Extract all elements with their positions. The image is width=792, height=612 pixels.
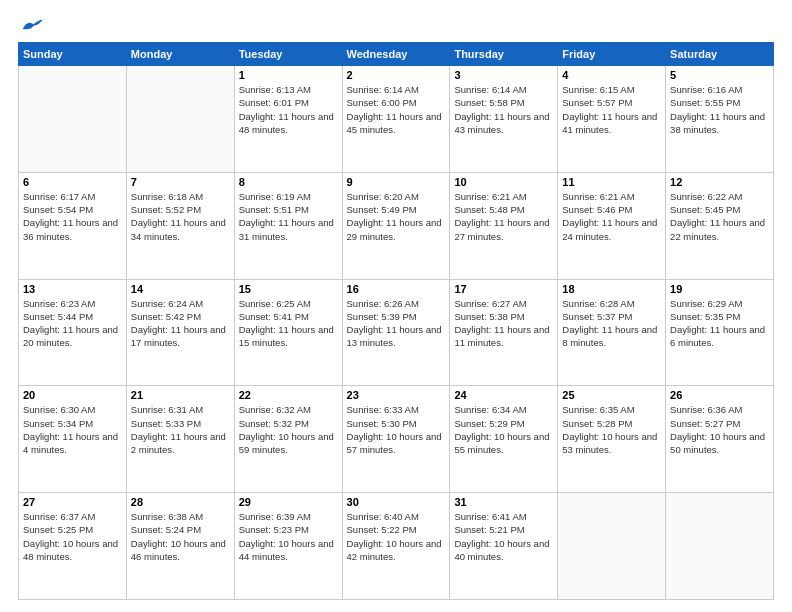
calendar-cell: 11Sunrise: 6:21 AMSunset: 5:46 PMDayligh… bbox=[558, 172, 666, 279]
calendar-cell: 24Sunrise: 6:34 AMSunset: 5:29 PMDayligh… bbox=[450, 386, 558, 493]
day-info: Sunrise: 6:21 AMSunset: 5:46 PMDaylight:… bbox=[562, 190, 661, 243]
calendar-cell: 22Sunrise: 6:32 AMSunset: 5:32 PMDayligh… bbox=[234, 386, 342, 493]
day-number: 15 bbox=[239, 283, 338, 295]
day-number: 8 bbox=[239, 176, 338, 188]
day-info: Sunrise: 6:39 AMSunset: 5:23 PMDaylight:… bbox=[239, 510, 338, 563]
calendar-cell: 10Sunrise: 6:21 AMSunset: 5:48 PMDayligh… bbox=[450, 172, 558, 279]
day-number: 22 bbox=[239, 389, 338, 401]
calendar-cell: 30Sunrise: 6:40 AMSunset: 5:22 PMDayligh… bbox=[342, 493, 450, 600]
calendar-cell: 7Sunrise: 6:18 AMSunset: 5:52 PMDaylight… bbox=[126, 172, 234, 279]
day-number: 28 bbox=[131, 496, 230, 508]
day-number: 3 bbox=[454, 69, 553, 81]
day-info: Sunrise: 6:34 AMSunset: 5:29 PMDaylight:… bbox=[454, 403, 553, 456]
day-info: Sunrise: 6:18 AMSunset: 5:52 PMDaylight:… bbox=[131, 190, 230, 243]
day-number: 29 bbox=[239, 496, 338, 508]
day-info: Sunrise: 6:35 AMSunset: 5:28 PMDaylight:… bbox=[562, 403, 661, 456]
weekday-header-saturday: Saturday bbox=[666, 43, 774, 66]
calendar-cell: 17Sunrise: 6:27 AMSunset: 5:38 PMDayligh… bbox=[450, 279, 558, 386]
calendar-cell: 6Sunrise: 6:17 AMSunset: 5:54 PMDaylight… bbox=[19, 172, 127, 279]
day-number: 21 bbox=[131, 389, 230, 401]
day-number: 27 bbox=[23, 496, 122, 508]
calendar-cell: 25Sunrise: 6:35 AMSunset: 5:28 PMDayligh… bbox=[558, 386, 666, 493]
calendar-cell bbox=[126, 66, 234, 173]
calendar-cell: 4Sunrise: 6:15 AMSunset: 5:57 PMDaylight… bbox=[558, 66, 666, 173]
day-number: 14 bbox=[131, 283, 230, 295]
day-number: 25 bbox=[562, 389, 661, 401]
logo bbox=[18, 18, 43, 32]
day-info: Sunrise: 6:14 AMSunset: 6:00 PMDaylight:… bbox=[347, 83, 446, 136]
calendar-cell: 12Sunrise: 6:22 AMSunset: 5:45 PMDayligh… bbox=[666, 172, 774, 279]
day-number: 5 bbox=[670, 69, 769, 81]
calendar-cell: 19Sunrise: 6:29 AMSunset: 5:35 PMDayligh… bbox=[666, 279, 774, 386]
day-info: Sunrise: 6:38 AMSunset: 5:24 PMDaylight:… bbox=[131, 510, 230, 563]
calendar-cell: 16Sunrise: 6:26 AMSunset: 5:39 PMDayligh… bbox=[342, 279, 450, 386]
calendar-cell: 18Sunrise: 6:28 AMSunset: 5:37 PMDayligh… bbox=[558, 279, 666, 386]
calendar-cell: 26Sunrise: 6:36 AMSunset: 5:27 PMDayligh… bbox=[666, 386, 774, 493]
weekday-header-friday: Friday bbox=[558, 43, 666, 66]
page-header bbox=[18, 18, 774, 32]
weekday-header-sunday: Sunday bbox=[19, 43, 127, 66]
calendar-cell: 20Sunrise: 6:30 AMSunset: 5:34 PMDayligh… bbox=[19, 386, 127, 493]
day-info: Sunrise: 6:32 AMSunset: 5:32 PMDaylight:… bbox=[239, 403, 338, 456]
day-info: Sunrise: 6:28 AMSunset: 5:37 PMDaylight:… bbox=[562, 297, 661, 350]
day-number: 31 bbox=[454, 496, 553, 508]
day-info: Sunrise: 6:31 AMSunset: 5:33 PMDaylight:… bbox=[131, 403, 230, 456]
day-info: Sunrise: 6:14 AMSunset: 5:58 PMDaylight:… bbox=[454, 83, 553, 136]
day-number: 13 bbox=[23, 283, 122, 295]
weekday-header-wednesday: Wednesday bbox=[342, 43, 450, 66]
calendar-cell: 8Sunrise: 6:19 AMSunset: 5:51 PMDaylight… bbox=[234, 172, 342, 279]
calendar-cell: 29Sunrise: 6:39 AMSunset: 5:23 PMDayligh… bbox=[234, 493, 342, 600]
day-number: 7 bbox=[131, 176, 230, 188]
calendar-cell: 14Sunrise: 6:24 AMSunset: 5:42 PMDayligh… bbox=[126, 279, 234, 386]
day-info: Sunrise: 6:15 AMSunset: 5:57 PMDaylight:… bbox=[562, 83, 661, 136]
day-info: Sunrise: 6:30 AMSunset: 5:34 PMDaylight:… bbox=[23, 403, 122, 456]
day-number: 2 bbox=[347, 69, 446, 81]
day-info: Sunrise: 6:13 AMSunset: 6:01 PMDaylight:… bbox=[239, 83, 338, 136]
day-number: 12 bbox=[670, 176, 769, 188]
calendar-cell: 21Sunrise: 6:31 AMSunset: 5:33 PMDayligh… bbox=[126, 386, 234, 493]
calendar-week-row: 27Sunrise: 6:37 AMSunset: 5:25 PMDayligh… bbox=[19, 493, 774, 600]
day-number: 4 bbox=[562, 69, 661, 81]
day-info: Sunrise: 6:16 AMSunset: 5:55 PMDaylight:… bbox=[670, 83, 769, 136]
day-info: Sunrise: 6:23 AMSunset: 5:44 PMDaylight:… bbox=[23, 297, 122, 350]
calendar-cell: 1Sunrise: 6:13 AMSunset: 6:01 PMDaylight… bbox=[234, 66, 342, 173]
calendar-cell: 3Sunrise: 6:14 AMSunset: 5:58 PMDaylight… bbox=[450, 66, 558, 173]
weekday-header-monday: Monday bbox=[126, 43, 234, 66]
day-number: 17 bbox=[454, 283, 553, 295]
day-number: 24 bbox=[454, 389, 553, 401]
day-info: Sunrise: 6:25 AMSunset: 5:41 PMDaylight:… bbox=[239, 297, 338, 350]
day-number: 1 bbox=[239, 69, 338, 81]
calendar-cell: 2Sunrise: 6:14 AMSunset: 6:00 PMDaylight… bbox=[342, 66, 450, 173]
calendar-week-row: 6Sunrise: 6:17 AMSunset: 5:54 PMDaylight… bbox=[19, 172, 774, 279]
day-number: 30 bbox=[347, 496, 446, 508]
day-info: Sunrise: 6:19 AMSunset: 5:51 PMDaylight:… bbox=[239, 190, 338, 243]
calendar-week-row: 1Sunrise: 6:13 AMSunset: 6:01 PMDaylight… bbox=[19, 66, 774, 173]
calendar-cell: 13Sunrise: 6:23 AMSunset: 5:44 PMDayligh… bbox=[19, 279, 127, 386]
day-number: 10 bbox=[454, 176, 553, 188]
day-info: Sunrise: 6:40 AMSunset: 5:22 PMDaylight:… bbox=[347, 510, 446, 563]
day-info: Sunrise: 6:37 AMSunset: 5:25 PMDaylight:… bbox=[23, 510, 122, 563]
weekday-header-row: SundayMondayTuesdayWednesdayThursdayFrid… bbox=[19, 43, 774, 66]
day-number: 18 bbox=[562, 283, 661, 295]
day-info: Sunrise: 6:41 AMSunset: 5:21 PMDaylight:… bbox=[454, 510, 553, 563]
day-number: 19 bbox=[670, 283, 769, 295]
day-info: Sunrise: 6:17 AMSunset: 5:54 PMDaylight:… bbox=[23, 190, 122, 243]
day-info: Sunrise: 6:21 AMSunset: 5:48 PMDaylight:… bbox=[454, 190, 553, 243]
calendar-cell: 5Sunrise: 6:16 AMSunset: 5:55 PMDaylight… bbox=[666, 66, 774, 173]
calendar-cell: 23Sunrise: 6:33 AMSunset: 5:30 PMDayligh… bbox=[342, 386, 450, 493]
calendar-cell bbox=[666, 493, 774, 600]
calendar-cell bbox=[558, 493, 666, 600]
calendar-cell: 9Sunrise: 6:20 AMSunset: 5:49 PMDaylight… bbox=[342, 172, 450, 279]
day-info: Sunrise: 6:33 AMSunset: 5:30 PMDaylight:… bbox=[347, 403, 446, 456]
logo-icon bbox=[21, 18, 43, 32]
day-number: 9 bbox=[347, 176, 446, 188]
day-info: Sunrise: 6:26 AMSunset: 5:39 PMDaylight:… bbox=[347, 297, 446, 350]
calendar-week-row: 13Sunrise: 6:23 AMSunset: 5:44 PMDayligh… bbox=[19, 279, 774, 386]
day-number: 11 bbox=[562, 176, 661, 188]
day-info: Sunrise: 6:27 AMSunset: 5:38 PMDaylight:… bbox=[454, 297, 553, 350]
day-info: Sunrise: 6:22 AMSunset: 5:45 PMDaylight:… bbox=[670, 190, 769, 243]
calendar-cell: 15Sunrise: 6:25 AMSunset: 5:41 PMDayligh… bbox=[234, 279, 342, 386]
day-number: 23 bbox=[347, 389, 446, 401]
day-number: 20 bbox=[23, 389, 122, 401]
calendar-week-row: 20Sunrise: 6:30 AMSunset: 5:34 PMDayligh… bbox=[19, 386, 774, 493]
